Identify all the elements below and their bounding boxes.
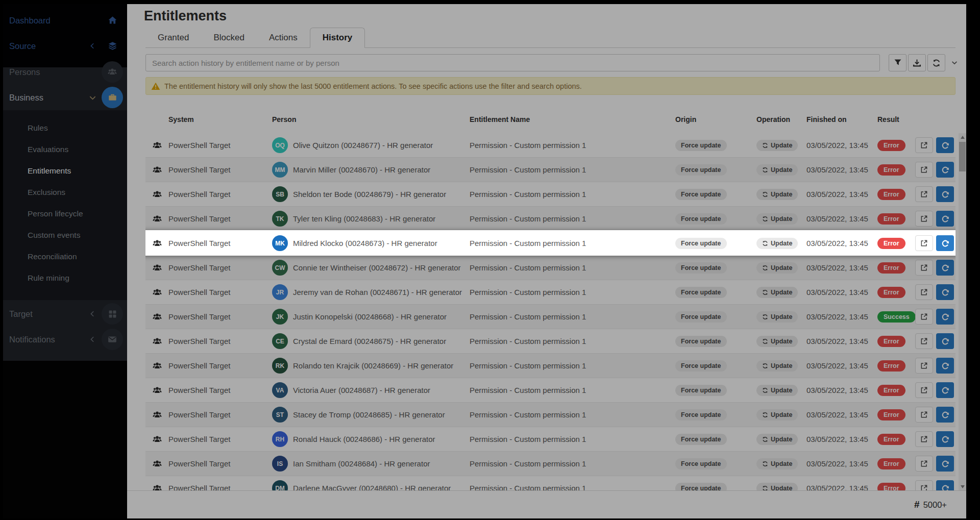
briefcase-icon[interactable] bbox=[102, 87, 123, 108]
table-row[interactable]: PowerShell TargetCECrystal de Emard (002… bbox=[145, 329, 955, 354]
retry-action-button[interactable] bbox=[936, 456, 954, 472]
envelope-icon[interactable] bbox=[102, 329, 123, 350]
table-row[interactable]: PowerShell TargetMMMarvin Miller (002486… bbox=[145, 158, 955, 182]
sidebar-subitem-reconciliation[interactable]: Reconciliation bbox=[3, 246, 127, 267]
open-details-button[interactable] bbox=[915, 186, 933, 202]
avatar: CE bbox=[272, 333, 288, 349]
sidebar-subitem-person-lifecycle[interactable]: Person lifecycle bbox=[3, 203, 127, 225]
retry-action-button[interactable] bbox=[936, 284, 954, 300]
table-row[interactable]: PowerShell TargetISIan Smitham (00248684… bbox=[145, 452, 955, 476]
sidebar-item-notifications[interactable]: Notifications bbox=[3, 327, 127, 352]
actions-cell bbox=[915, 431, 955, 447]
finished-on-cell: 03/05/2022, 13:45 bbox=[806, 361, 877, 370]
sync-icon bbox=[762, 363, 768, 369]
table-row[interactable]: PowerShell TargetCWConnie ter Wintheiser… bbox=[145, 256, 955, 280]
retry-action-button[interactable] bbox=[936, 211, 954, 227]
retry-action-button[interactable] bbox=[936, 382, 954, 398]
scroll-up-arrow[interactable] bbox=[959, 133, 966, 141]
open-details-button[interactable] bbox=[915, 456, 933, 472]
sidebar-item-target[interactable]: Target bbox=[3, 301, 127, 327]
open-details-button[interactable] bbox=[915, 260, 933, 276]
retry-action-button[interactable] bbox=[936, 407, 954, 423]
sidebar-subitem-entitlements[interactable]: Entitlements bbox=[3, 160, 127, 182]
table-row[interactable]: PowerShell TargetJKJustin Konopelski (00… bbox=[145, 305, 955, 329]
retry-action-button[interactable] bbox=[936, 333, 954, 349]
more-options-button[interactable] bbox=[947, 54, 962, 71]
actions-cell bbox=[915, 407, 955, 423]
open-details-button[interactable] bbox=[915, 284, 933, 300]
origin-cell: Force update bbox=[675, 189, 756, 200]
sidebar-item-source[interactable]: Source bbox=[3, 33, 127, 59]
table-row[interactable]: PowerShell TargetSTStacey de Tromp (0024… bbox=[145, 403, 955, 427]
retry-action-button[interactable] bbox=[936, 260, 954, 276]
table-row[interactable]: PowerShell TargetTKTyler ten Kling (0024… bbox=[145, 207, 955, 231]
origin-badge: Force update bbox=[675, 287, 727, 298]
tab-granted[interactable]: Granted bbox=[145, 28, 201, 47]
entitlement-cell: Permission - Custom permission 1 bbox=[470, 484, 675, 490]
vertical-scrollbar[interactable] bbox=[959, 133, 966, 490]
table-row[interactable]: PowerShell TargetVAVictoria Auer (002486… bbox=[145, 378, 955, 403]
open-details-button[interactable] bbox=[915, 235, 933, 251]
actions-cell bbox=[915, 382, 955, 398]
sidebar-item-business[interactable]: Business bbox=[3, 85, 127, 110]
operation-badge: Update bbox=[756, 483, 798, 491]
open-details-button[interactable] bbox=[915, 382, 933, 398]
avatar: TK bbox=[272, 211, 288, 227]
open-details-button[interactable] bbox=[915, 309, 933, 325]
sidebar-subitem-rule-mining[interactable]: Rule mining bbox=[3, 267, 127, 289]
finished-on-cell: 03/05/2022, 13:45 bbox=[806, 288, 877, 296]
open-details-button[interactable] bbox=[915, 358, 933, 374]
result-badge: Error bbox=[877, 262, 905, 274]
tab-actions[interactable]: Actions bbox=[257, 28, 310, 47]
tab-blocked[interactable]: Blocked bbox=[201, 28, 256, 47]
table-row[interactable]: PowerShell TargetJRJeremy van de Rohan (… bbox=[145, 280, 955, 305]
sidebar-bottom-fill bbox=[3, 361, 127, 518]
filter-button[interactable] bbox=[889, 54, 906, 71]
search-input[interactable] bbox=[145, 54, 880, 71]
open-details-button[interactable] bbox=[915, 137, 933, 153]
scroll-down-arrow[interactable] bbox=[959, 483, 966, 490]
open-details-button[interactable] bbox=[915, 407, 933, 423]
sidebar-item-persons[interactable]: Persons bbox=[3, 59, 127, 85]
table-row[interactable]: PowerShell TargetRKRolando ten Krajcik (… bbox=[145, 354, 955, 378]
origin-badge: Force update bbox=[675, 483, 727, 491]
person-cell: RKRolando ten Krajcik (00248669) - HR ge… bbox=[272, 358, 470, 374]
tab-history[interactable]: History bbox=[310, 28, 365, 48]
subitem-label: Evaluations bbox=[28, 145, 68, 154]
table-row[interactable]: PowerShell TargetDMDarlene MacGyver (002… bbox=[145, 476, 955, 490]
retry-action-button[interactable] bbox=[936, 431, 954, 447]
open-details-button[interactable] bbox=[915, 211, 933, 227]
result-badge: Error bbox=[877, 483, 905, 491]
open-details-button[interactable] bbox=[915, 431, 933, 447]
retry-action-button[interactable] bbox=[936, 137, 954, 153]
retry-action-button[interactable] bbox=[936, 309, 954, 325]
download-button[interactable] bbox=[908, 54, 926, 71]
retry-action-button[interactable] bbox=[936, 480, 954, 490]
grid-icon[interactable] bbox=[102, 303, 123, 325]
users-icon[interactable] bbox=[102, 61, 123, 83]
sidebar-subitem-exclusions[interactable]: Exclusions bbox=[3, 182, 127, 203]
origin-cell: Force update bbox=[675, 140, 756, 151]
table-row[interactable]: PowerShell TargetSBSheldon ter Bode (002… bbox=[145, 182, 955, 207]
sync-icon bbox=[762, 240, 768, 246]
open-details-button[interactable] bbox=[915, 162, 933, 178]
scrollbar-thumb[interactable] bbox=[959, 142, 966, 171]
table-row[interactable]: PowerShell TargetMKMildred Klocko (00248… bbox=[145, 231, 955, 256]
table-row[interactable]: PowerShell TargetRHRonald Hauck (0024868… bbox=[145, 427, 955, 452]
table-row[interactable]: PowerShell TargetOQOlive Quitzon (002486… bbox=[145, 133, 955, 158]
sidebar-item-dashboard[interactable]: Dashboard bbox=[3, 8, 127, 33]
retry-action-button[interactable] bbox=[936, 186, 954, 202]
open-details-button[interactable] bbox=[915, 333, 933, 349]
sidebar-subitem-evaluations[interactable]: Evaluations bbox=[3, 139, 127, 160]
layers-icon bbox=[102, 41, 123, 51]
refresh-button[interactable] bbox=[927, 54, 945, 71]
table-header: System Person Entitlement Name Origin Op… bbox=[145, 109, 955, 130]
result-badge: Error bbox=[877, 287, 905, 298]
retry-action-button[interactable] bbox=[936, 162, 954, 178]
sidebar-subitem-custom-events[interactable]: Custom events bbox=[3, 225, 127, 246]
open-details-button[interactable] bbox=[915, 480, 933, 490]
sync-icon bbox=[762, 289, 768, 295]
retry-action-button[interactable] bbox=[936, 235, 954, 251]
sidebar-subitem-rules[interactable]: Rules bbox=[3, 117, 127, 139]
retry-action-button[interactable] bbox=[936, 358, 954, 374]
